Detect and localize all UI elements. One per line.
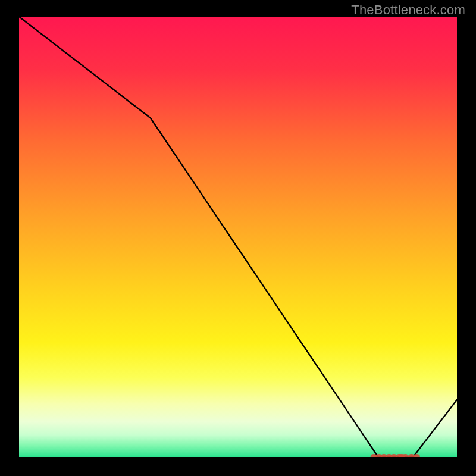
gradient-background [19, 17, 457, 457]
chart-frame: TheBottleneck.com [0, 0, 476, 476]
chart-svg [19, 17, 457, 457]
plot-area [19, 17, 457, 457]
watermark-text: TheBottleneck.com [351, 2, 465, 18]
marker-cluster [371, 454, 420, 457]
